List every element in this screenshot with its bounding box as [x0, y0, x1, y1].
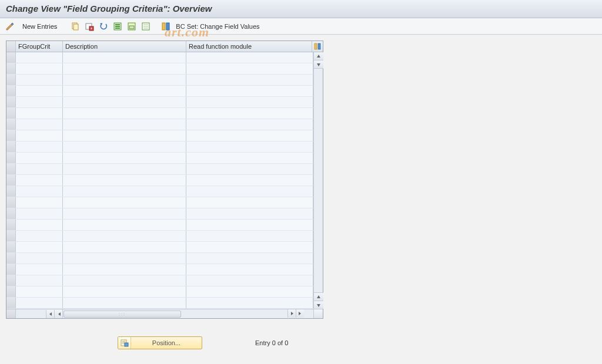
cell-fgroupcrit[interactable]: [16, 141, 63, 152]
row-selector[interactable]: [6, 287, 16, 297]
row-selector[interactable]: [6, 208, 16, 219]
bcset-change-field-values-button[interactable]: BC Set: Change Field Values: [176, 23, 259, 30]
hscroll-track[interactable]: :::: [63, 309, 287, 318]
cell-read-function-module[interactable]: [186, 52, 313, 63]
row-selector[interactable]: [6, 264, 16, 275]
select-all-icon[interactable]: [112, 21, 123, 32]
table-row[interactable]: [6, 253, 313, 264]
hscroll-thumb[interactable]: :::: [63, 311, 181, 318]
cell-fgroupcrit[interactable]: [16, 86, 63, 96]
copy-as-icon[interactable]: [70, 21, 81, 32]
column-header-read-function-module[interactable]: Read function module: [186, 41, 312, 52]
table-row[interactable]: [6, 141, 313, 153]
cell-fgroupcrit[interactable]: [16, 197, 63, 208]
table-row[interactable]: [6, 220, 313, 231]
cell-read-function-module[interactable]: [186, 298, 313, 308]
new-entries-button[interactable]: New Entries: [19, 22, 61, 31]
cell-description[interactable]: [63, 75, 186, 85]
row-selector[interactable]: [6, 175, 16, 186]
cell-description[interactable]: [63, 108, 186, 119]
cell-read-function-module[interactable]: [186, 97, 313, 107]
row-selector[interactable]: [6, 108, 16, 119]
cell-fgroupcrit[interactable]: [16, 63, 63, 74]
table-row[interactable]: [6, 208, 313, 220]
cell-description[interactable]: [63, 208, 186, 219]
cell-fgroupcrit[interactable]: [16, 220, 63, 230]
cell-fgroupcrit[interactable]: [16, 253, 63, 264]
vertical-scrollbar[interactable]: [313, 52, 323, 309]
row-selector[interactable]: [6, 197, 16, 208]
row-selector[interactable]: [6, 164, 16, 174]
cell-read-function-module[interactable]: [186, 208, 313, 219]
row-selector[interactable]: [6, 141, 16, 152]
table-row[interactable]: [6, 175, 313, 186]
row-selector[interactable]: [6, 298, 16, 308]
cell-read-function-module[interactable]: [186, 220, 313, 230]
deselect-all-icon[interactable]: [141, 21, 151, 32]
table-row[interactable]: [6, 231, 313, 242]
cell-read-function-module[interactable]: [186, 164, 313, 174]
cell-description[interactable]: [63, 197, 186, 208]
row-selector[interactable]: [6, 242, 16, 252]
cell-description[interactable]: [63, 164, 186, 174]
table-row[interactable]: [6, 63, 313, 75]
cell-fgroupcrit[interactable]: [16, 130, 63, 141]
table-row[interactable]: [6, 164, 313, 175]
table-row[interactable]: [6, 242, 313, 253]
cell-fgroupcrit[interactable]: [16, 153, 63, 163]
cell-read-function-module[interactable]: [186, 175, 313, 186]
table-row[interactable]: [6, 275, 313, 287]
row-selector[interactable]: [6, 253, 16, 264]
row-selector[interactable]: [6, 75, 16, 85]
table-row[interactable]: [6, 298, 313, 309]
cell-read-function-module[interactable]: [186, 86, 313, 96]
cell-description[interactable]: [63, 97, 186, 107]
cell-fgroupcrit[interactable]: [16, 298, 63, 308]
cell-fgroupcrit[interactable]: [16, 275, 63, 286]
cell-description[interactable]: [63, 175, 186, 186]
cell-description[interactable]: [63, 275, 186, 286]
cell-description[interactable]: [63, 130, 186, 141]
table-settings-icon[interactable]: [312, 41, 323, 52]
table-row[interactable]: [6, 119, 313, 130]
cell-read-function-module[interactable]: [186, 75, 313, 85]
cell-fgroupcrit[interactable]: [16, 52, 63, 63]
table-row[interactable]: [6, 97, 313, 108]
table-row[interactable]: [6, 264, 313, 275]
cell-description[interactable]: [63, 287, 186, 297]
cell-description[interactable]: [63, 231, 186, 241]
scroll-up-small-icon[interactable]: [314, 292, 323, 301]
cell-fgroupcrit[interactable]: [16, 231, 63, 241]
position-button[interactable]: Position...: [118, 336, 202, 349]
cell-fgroupcrit[interactable]: [16, 186, 63, 197]
table-row[interactable]: [6, 75, 313, 86]
scroll-down-icon[interactable]: [314, 301, 323, 309]
cell-description[interactable]: [63, 63, 186, 74]
row-selector[interactable]: [6, 119, 16, 130]
cell-read-function-module[interactable]: [186, 253, 313, 264]
scroll-down-small-icon[interactable]: [314, 60, 323, 69]
cell-description[interactable]: [63, 242, 186, 252]
cell-read-function-module[interactable]: [186, 287, 313, 297]
table-row[interactable]: [6, 52, 313, 63]
table-row[interactable]: [6, 130, 313, 141]
cell-description[interactable]: [63, 186, 186, 197]
cell-description[interactable]: [63, 52, 186, 63]
scroll-left-first-icon[interactable]: [46, 310, 54, 318]
row-selector[interactable]: [6, 52, 16, 63]
table-row[interactable]: [6, 287, 313, 298]
cell-read-function-module[interactable]: [186, 197, 313, 208]
table-row[interactable]: [6, 186, 313, 197]
cell-read-function-module[interactable]: [186, 264, 313, 275]
cell-description[interactable]: [63, 264, 186, 275]
cell-read-function-module[interactable]: [186, 130, 313, 141]
row-selector[interactable]: [6, 153, 16, 163]
cell-fgroupcrit[interactable]: [16, 108, 63, 119]
cell-fgroupcrit[interactable]: [16, 75, 63, 85]
row-selector[interactable]: [6, 275, 16, 286]
delete-icon[interactable]: [84, 21, 95, 32]
table-row[interactable]: [6, 153, 313, 164]
cell-description[interactable]: [63, 298, 186, 308]
select-all-column-header[interactable]: [6, 41, 16, 52]
row-selector[interactable]: [6, 220, 16, 230]
